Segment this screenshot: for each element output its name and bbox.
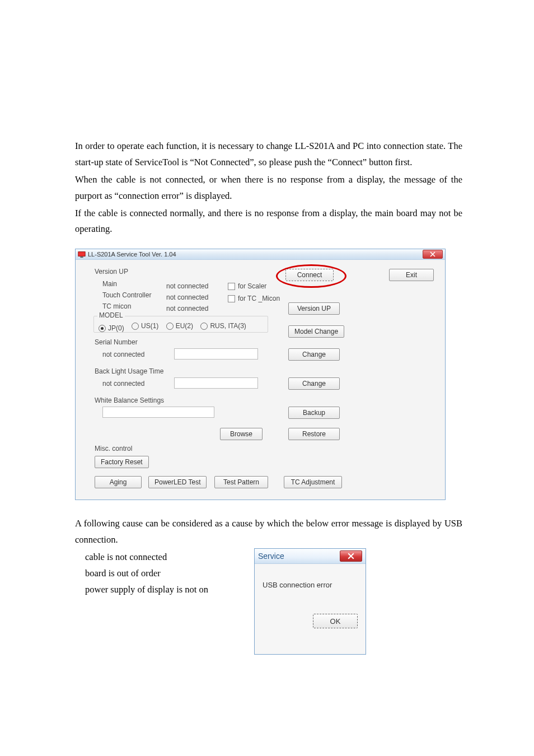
test-pattern-button[interactable]: Test Pattern [214,476,268,488]
radio-eu[interactable]: EU(2) [166,322,193,330]
backlight-status: not connected [102,380,144,388]
window-title-bar: LL-S201A Service Tool Ver. 1.04 [76,249,445,260]
paragraph-1: In order to operate each function, it is… [75,138,462,171]
connect-button[interactable]: Connect [285,269,334,281]
model-group: MODEL JP(0) US(1) EU(2) RUS, ITA(3) [93,316,268,333]
wb-label: White Balance Settings [95,396,164,404]
paragraph-3: If the cable is connected normally, and … [75,206,462,238]
model-change-button[interactable]: Model Change [288,325,344,338]
restore-button[interactable]: Restore [288,428,340,440]
dialog-ok-button[interactable]: OK [313,614,358,628]
dialog-title-bar: Service [255,549,366,564]
svg-rect-1 [80,257,83,258]
version-up-button[interactable]: Version UP [288,302,340,315]
main-label: Main [102,280,117,288]
browse-button[interactable]: Browse [220,428,263,440]
radio-us[interactable]: US(1) [132,322,158,330]
for-scaler-label: for Scaler [238,282,266,290]
radio-jp-label: JP(0) [108,324,124,332]
wb-input[interactable] [102,407,214,418]
version-up-label: Version UP [95,268,128,276]
touch-controller-label: Touch Controller [102,291,151,299]
touch-status: not connected [166,293,208,301]
dialog-message: USB connection error [263,581,358,589]
close-icon [348,553,354,559]
window-title: LL-S201A Service Tool Ver. 1.04 [88,251,176,258]
exit-button[interactable]: Exit [389,269,434,281]
for-tc-micon-label: for TC _Micon [238,295,280,302]
tc-micon-label: TC micon [102,302,131,310]
backlight-input[interactable] [174,377,258,389]
radio-jp[interactable]: JP(0) [99,324,124,332]
backup-button[interactable]: Backup [288,407,340,419]
factory-reset-button[interactable]: Factory Reset [95,456,149,468]
powerled-test-button[interactable]: PowerLED Test [148,476,207,488]
service-dialog: Service USB connection error OK [254,548,366,655]
svg-rect-0 [78,252,85,256]
model-legend: MODEL [97,311,125,319]
radio-rus[interactable]: RUS, ITA(3) [200,322,246,330]
backlight-label: Back Light Usage Time [95,367,163,375]
aging-button[interactable]: Aging [95,476,142,488]
service-tool-window: LL-S201A Service Tool Ver. 1.04 Connect … [75,249,446,500]
misc-label: Misc. control [95,445,132,452]
radio-rus-label: RUS, ITA(3) [210,322,246,330]
serial-status: not connected [102,351,144,358]
serial-change-button[interactable]: Change [288,348,340,361]
for-scaler-checkbox[interactable]: for Scaler [228,282,266,290]
serial-label: Serial Number [95,338,138,346]
for-tc-micon-checkbox[interactable]: for TC _Micon [228,295,280,302]
paragraph-2: When the cable is not connected, or when… [75,172,462,204]
close-button[interactable] [423,250,443,259]
backlight-change-button[interactable]: Change [288,377,340,390]
close-icon [430,251,435,257]
tcmicon-status: not connected [166,305,208,312]
serial-input[interactable] [174,348,258,360]
main-status: not connected [166,282,208,290]
radio-eu-label: EU(2) [176,322,193,330]
radio-us-label: US(1) [141,322,158,330]
dialog-title: Service [258,552,284,561]
paragraph-4: A following cause can be considered as a… [75,516,462,548]
tc-adjustment-button[interactable]: TC Adjustment [284,476,342,488]
dialog-close-button[interactable] [340,550,362,562]
app-icon [78,250,86,258]
